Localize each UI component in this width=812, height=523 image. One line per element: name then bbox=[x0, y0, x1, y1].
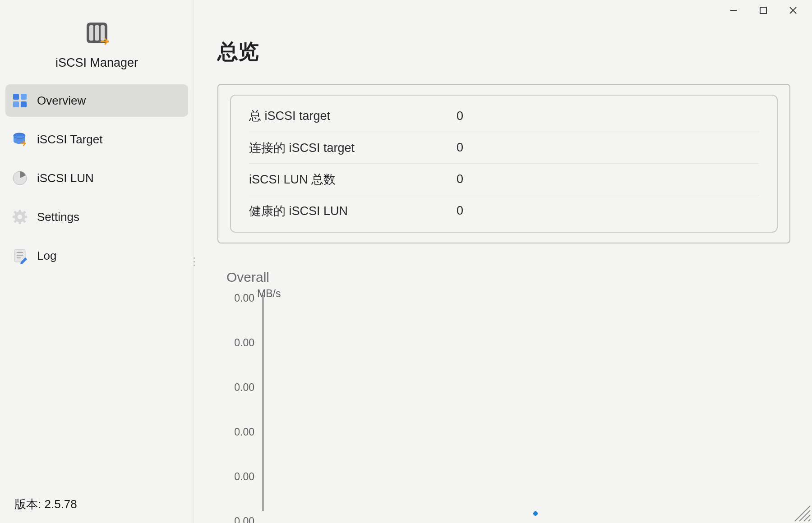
sidebar-item-label: iSCSI Target bbox=[37, 133, 102, 147]
window-resize-grip[interactable] bbox=[790, 501, 811, 522]
page-title: 总览 bbox=[217, 38, 790, 66]
svg-rect-7 bbox=[13, 94, 19, 100]
chart-y-tick: 0.00 bbox=[226, 381, 254, 394]
version-label: 版本: 2.5.78 bbox=[14, 496, 77, 512]
svg-line-29 bbox=[799, 510, 810, 521]
stat-label: 总 iSCSI target bbox=[249, 108, 457, 124]
app-window: iSCSI Manager Overview iSCSI Target iSCS… bbox=[0, 0, 812, 523]
svg-rect-9 bbox=[13, 101, 19, 107]
svg-line-31 bbox=[808, 519, 810, 521]
svg-rect-4 bbox=[95, 25, 99, 41]
chart-y-tick: 0.00 bbox=[226, 337, 254, 349]
sidebar-item-target[interactable]: iSCSI Target bbox=[5, 123, 188, 156]
svg-line-20 bbox=[14, 211, 17, 214]
app-title: iSCSI Manager bbox=[55, 56, 138, 70]
chart-data-point bbox=[533, 511, 538, 516]
svg-rect-5 bbox=[101, 25, 105, 41]
stat-row: iSCSI LUN 总数 0 bbox=[249, 163, 759, 195]
log-icon bbox=[12, 248, 28, 264]
sidebar-item-label: Settings bbox=[37, 210, 79, 224]
svg-rect-3 bbox=[89, 25, 93, 41]
svg-line-21 bbox=[23, 220, 25, 222]
sidebar-nav: Overview iSCSI Target iSCSI LUN Settings bbox=[0, 83, 194, 272]
stat-value: 0 bbox=[457, 204, 463, 218]
chart-y-ticks: 0.00 0.00 0.00 0.00 0.00 0.00 bbox=[226, 292, 254, 523]
svg-line-28 bbox=[795, 506, 810, 521]
sidebar-item-overview[interactable]: Overview bbox=[5, 84, 188, 117]
svg-rect-10 bbox=[21, 101, 27, 107]
svg-line-23 bbox=[14, 220, 17, 222]
lun-icon bbox=[12, 170, 28, 186]
target-icon bbox=[12, 131, 28, 147]
chart-y-tick: 0.00 bbox=[226, 426, 254, 438]
chart-y-tick: 0.00 bbox=[226, 471, 254, 483]
sidebar-item-label: iSCSI LUN bbox=[37, 171, 94, 185]
svg-rect-8 bbox=[21, 94, 27, 100]
stat-row: 健康的 iSCSI LUN 0 bbox=[249, 195, 759, 226]
stat-row: 连接的 iSCSI target 0 bbox=[249, 132, 759, 163]
sidebar-item-label: Log bbox=[37, 249, 56, 263]
sidebar-item-settings[interactable]: Settings bbox=[5, 201, 188, 233]
app-logo-icon bbox=[84, 20, 110, 46]
svg-point-15 bbox=[18, 215, 22, 219]
chart-plot-area bbox=[263, 295, 795, 511]
stat-value: 0 bbox=[457, 172, 463, 186]
stat-row: 总 iSCSI target 0 bbox=[249, 100, 759, 132]
svg-point-6 bbox=[106, 41, 109, 43]
sidebar-item-log[interactable]: Log bbox=[5, 239, 188, 272]
sidebar: iSCSI Manager Overview iSCSI Target iSCS… bbox=[0, 0, 194, 523]
stats-card-inner: 总 iSCSI target 0 连接的 iSCSI target 0 iSCS… bbox=[230, 95, 778, 233]
chart-y-tick: 0.00 bbox=[226, 292, 254, 304]
stat-value: 0 bbox=[457, 141, 463, 155]
chart-y-tick: 0.00 bbox=[226, 515, 254, 523]
app-brand: iSCSI Manager bbox=[0, 0, 194, 83]
sidebar-item-lun[interactable]: iSCSI LUN bbox=[5, 162, 188, 194]
gear-icon bbox=[12, 209, 28, 225]
stat-value: 0 bbox=[457, 109, 463, 123]
overview-icon bbox=[12, 92, 28, 109]
stat-label: iSCSI LUN 总数 bbox=[249, 171, 457, 188]
stat-label: 健康的 iSCSI LUN bbox=[249, 203, 457, 219]
chart-title: Overall bbox=[226, 270, 790, 285]
stat-label: 连接的 iSCSI target bbox=[249, 140, 457, 156]
svg-line-22 bbox=[23, 211, 25, 214]
stats-card: 总 iSCSI target 0 连接的 iSCSI target 0 iSCS… bbox=[217, 84, 790, 243]
sidebar-item-label: Overview bbox=[37, 94, 86, 108]
main-content: 总览 总 iSCSI target 0 连接的 iSCSI target 0 i… bbox=[194, 0, 812, 523]
